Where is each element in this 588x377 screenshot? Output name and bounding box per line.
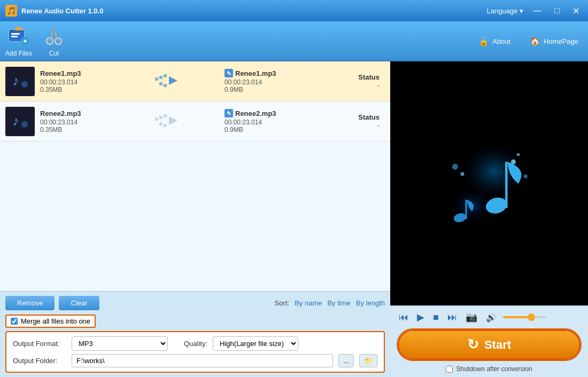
quality-select[interactable]: High(Larger file size) bbox=[213, 336, 298, 351]
about-button[interactable]: 🔒 About bbox=[474, 34, 515, 49]
toolbar-right: 🔒 About 🏠 HomePage bbox=[474, 34, 583, 49]
clear-button[interactable]: Clear bbox=[59, 296, 99, 310]
status-label: Status bbox=[331, 113, 380, 121]
merge-checkbox[interactable] bbox=[11, 318, 18, 325]
folder-icon: 📁 bbox=[364, 357, 373, 365]
format-row: Output Format: MP3 Quality: High(Larger … bbox=[13, 336, 377, 351]
status-value: - bbox=[331, 81, 380, 89]
svg-rect-30 bbox=[164, 124, 167, 127]
camera-button[interactable]: 📷 bbox=[463, 310, 479, 324]
volume-button[interactable]: 🔊 bbox=[484, 311, 499, 324]
skip-forward-button[interactable]: ⏭ bbox=[445, 311, 459, 324]
file-info: Renee1.mp3 00:00:23.014 0.35MB bbox=[40, 69, 110, 93]
cut-icon bbox=[43, 25, 65, 48]
minimize-button[interactable]: — bbox=[530, 5, 545, 17]
svg-point-41 bbox=[452, 163, 458, 169]
svg-rect-37 bbox=[465, 200, 467, 219]
file-input-name: Renee2.mp3 bbox=[40, 109, 110, 117]
file-thumbnail: ♪ bbox=[5, 107, 35, 136]
merge-label: Merge all files into one bbox=[21, 317, 90, 325]
file-output-size: 0.9MB bbox=[225, 126, 331, 133]
merge-checkbox-wrapper[interactable]: Merge all files into one bbox=[5, 315, 96, 328]
browse-button[interactable]: ... bbox=[338, 354, 354, 367]
svg-point-25 bbox=[21, 121, 28, 128]
edit-icon: ✎ bbox=[225, 109, 233, 117]
svg-rect-35 bbox=[505, 162, 508, 208]
svg-rect-18 bbox=[159, 76, 163, 79]
file-info: Renee2.mp3 00:00:23.014 0.35MB bbox=[40, 109, 110, 133]
sort-row: Sort: By name By time By length bbox=[275, 299, 385, 307]
file-status: Status - bbox=[331, 113, 385, 129]
bottom-controls: Remove Clear Sort: By name By time By le… bbox=[0, 291, 390, 377]
close-button[interactable]: ✕ bbox=[569, 5, 583, 17]
app-logo: 🎵 bbox=[5, 5, 17, 17]
status-label: Status bbox=[331, 73, 380, 81]
homepage-label: HomePage bbox=[544, 37, 578, 45]
svg-point-40 bbox=[460, 172, 464, 176]
start-label: Start bbox=[484, 338, 511, 352]
merge-row: Merge all files into one bbox=[5, 315, 385, 328]
file-status: Status - bbox=[331, 73, 385, 89]
homepage-icon: 🏠 bbox=[530, 36, 540, 46]
toolbar-left: Add Files Cut bbox=[5, 25, 65, 57]
action-buttons: Remove Clear bbox=[5, 296, 99, 310]
open-folder-button[interactable]: 📁 bbox=[359, 354, 377, 367]
main-layout: ♪ Renee1.mp3 00:00:23.014 0.35MB bbox=[0, 61, 588, 377]
svg-rect-28 bbox=[164, 114, 167, 117]
left-panel: ♪ Renee1.mp3 00:00:23.014 0.35MB bbox=[0, 61, 390, 377]
folder-row: Output Folder: ... 📁 bbox=[13, 354, 377, 367]
app-title: Renee Audio Cutter 1.0.0 bbox=[21, 7, 103, 15]
dropdown-icon: ▾ bbox=[520, 7, 523, 15]
maximize-button[interactable]: □ bbox=[551, 5, 563, 17]
file-output-duration: 00:00:23.014 bbox=[225, 78, 331, 86]
add-files-button[interactable]: Add Files bbox=[5, 25, 32, 57]
preview-area bbox=[390, 61, 588, 305]
file-arrow bbox=[110, 113, 225, 129]
file-thumbnail: ♪ bbox=[5, 67, 35, 96]
svg-rect-29 bbox=[159, 122, 163, 125]
play-button[interactable]: ▶ bbox=[415, 310, 427, 324]
start-button[interactable]: ↻ Start bbox=[399, 331, 579, 358]
svg-point-42 bbox=[524, 174, 528, 178]
sort-label: Sort: bbox=[275, 299, 289, 307]
toolbar: Add Files Cut 🔒 About 🏠 Home bbox=[0, 21, 588, 61]
folder-input[interactable] bbox=[72, 354, 333, 367]
svg-rect-8 bbox=[14, 29, 23, 30]
svg-marker-31 bbox=[169, 116, 177, 125]
file-list: ♪ Renee1.mp3 00:00:23.014 0.35MB bbox=[0, 61, 390, 291]
file-input-size: 0.35MB bbox=[40, 86, 110, 93]
svg-rect-20 bbox=[159, 82, 163, 85]
format-label: Output Format: bbox=[13, 340, 66, 348]
sort-by-time[interactable]: By time bbox=[327, 299, 350, 307]
start-refresh-icon: ↻ bbox=[467, 336, 479, 353]
remove-button[interactable]: Remove bbox=[5, 296, 55, 310]
cut-label: Cut bbox=[49, 50, 59, 57]
stop-button[interactable]: ■ bbox=[431, 311, 441, 324]
svg-rect-17 bbox=[155, 77, 158, 81]
file-input-duration: 00:00:23.014 bbox=[40, 119, 110, 126]
sort-by-name[interactable]: By name bbox=[295, 299, 322, 307]
table-row[interactable]: ♪ Renee2.mp3 00:00:23.014 0.35MB bbox=[0, 101, 390, 142]
language-button[interactable]: Language ▾ bbox=[486, 7, 523, 15]
svg-point-38 bbox=[511, 159, 516, 164]
svg-rect-2 bbox=[11, 33, 20, 35]
svg-rect-19 bbox=[164, 74, 167, 77]
shutdown-checkbox[interactable] bbox=[446, 366, 453, 373]
homepage-button[interactable]: 🏠 HomePage bbox=[525, 34, 583, 49]
skip-back-button[interactable]: ⏮ bbox=[397, 311, 411, 324]
title-left: 🎵 Renee Audio Cutter 1.0.0 bbox=[5, 5, 103, 17]
cut-button[interactable]: Cut bbox=[43, 25, 65, 57]
file-input-size: 0.35MB bbox=[40, 126, 110, 133]
transport-row: ⏮ ▶ ■ ⏭ 📷 🔊 bbox=[397, 310, 582, 324]
volume-slider[interactable] bbox=[503, 316, 546, 318]
table-row[interactable]: ♪ Renee1.mp3 00:00:23.014 0.35MB bbox=[0, 61, 390, 101]
file-output-duration: 00:00:23.014 bbox=[225, 119, 331, 126]
start-button-wrapper: ↻ Start bbox=[397, 328, 582, 361]
sort-by-length[interactable]: By length bbox=[356, 299, 385, 307]
svg-text:♪: ♪ bbox=[12, 73, 19, 89]
about-icon: 🔒 bbox=[478, 36, 489, 46]
file-input-name: Renee1.mp3 bbox=[40, 69, 110, 77]
svg-text:♪: ♪ bbox=[12, 113, 19, 129]
file-output: ✎ Renee2.mp3 00:00:23.014 0.9MB bbox=[225, 109, 331, 133]
format-select[interactable]: MP3 bbox=[72, 336, 168, 351]
